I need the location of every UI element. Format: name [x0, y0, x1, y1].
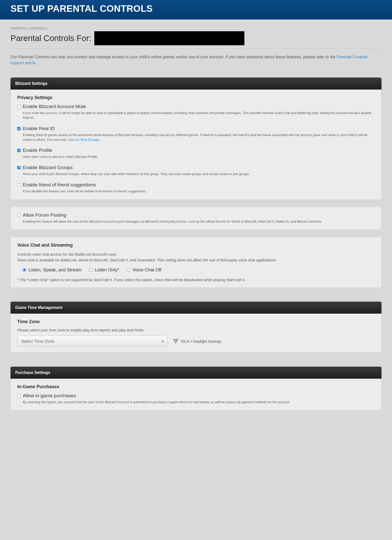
checkbox-account-mute[interactable] [17, 105, 21, 109]
desc-forum: Enabling this feature will allow the use… [23, 219, 375, 224]
warning-icon [173, 339, 178, 344]
panel-voice: Voice Chat and Streaming Controls voice … [11, 237, 381, 288]
timezone-select[interactable]: Select Time Zone [17, 336, 167, 347]
desc-fof: If you disable this feature your child w… [23, 189, 375, 194]
checkbox-ingame-purchase[interactable] [17, 394, 21, 398]
label-groups: Enable Blizzard Groups [23, 165, 375, 170]
tz-desc: Please select your time zone to enable p… [17, 328, 375, 332]
purchase-heading: In-Game Purchases [17, 384, 375, 389]
real-id-link[interactable]: visit our Real ID page [68, 138, 99, 142]
radio-voice-listen[interactable] [89, 268, 92, 272]
label-account-mute: Enable Blizzard Account Mute [23, 104, 375, 109]
label-real-id: Enable Real ID [23, 126, 375, 131]
checkbox-groups[interactable] [17, 166, 21, 170]
voice-heading: Voice Chat and Streaming [17, 243, 375, 248]
label-ingame-purchase: Allow in-game purchases [23, 393, 375, 398]
section-bar-gtm: Game Time Management [11, 302, 381, 314]
tz-heading: Time Zone [17, 319, 375, 324]
intro-text: Our Parental Controls can help you monit… [11, 54, 381, 66]
privacy-heading: Privacy Settings [17, 95, 375, 100]
radio-voice-all-label[interactable]: Listen, Speak, and Stream [23, 267, 82, 273]
checkbox-forum[interactable] [17, 214, 21, 217]
panel-forum: Allow Forum Posting Enabling this featur… [11, 207, 381, 230]
hero-bar: SET UP PARENTAL CONTROLS [0, 0, 392, 20]
dls-note: *DLS = Daylight Savings [173, 339, 221, 344]
desc-account-mute: If you mute this account, it will no lon… [23, 111, 375, 120]
radio-voice-off-label[interactable]: Voice Chat Off [127, 267, 161, 273]
desc-ingame-purchase: By selecting this option, you consent th… [23, 400, 375, 405]
label-forum: Allow Forum Posting [23, 212, 375, 218]
desc-real-id: Enabling Real ID grants access to the ad… [23, 133, 375, 142]
voice-footnote: * The "Listen Only" option is not suppor… [17, 278, 375, 282]
desc-profile: Allow other users to see your child's Bl… [23, 155, 375, 159]
voice-desc-2: Voice chat is available for Battle.net, … [17, 257, 375, 263]
page-hero-title: SET UP PARENTAL CONTROLS [11, 4, 381, 14]
section-bar-blizzard: Blizzard Settings [11, 78, 381, 90]
panel-privacy: Privacy Settings Enable Blizzard Account… [11, 90, 381, 200]
radio-voice-listen-label[interactable]: Listen Only* [89, 267, 119, 273]
breadcrumb: PARENTAL CONTROLS [11, 27, 381, 30]
page-title: Parental Controls For: [11, 34, 91, 43]
section-bar-purchase: Purchase Settings [11, 367, 381, 379]
label-fof: Enable friend of friend suggestions [23, 182, 375, 188]
panel-purchase: In-Game Purchases Allow in-game purchase… [11, 379, 381, 410]
redacted-account-name [94, 31, 244, 45]
checkbox-real-id[interactable] [17, 127, 21, 130]
checkbox-fof[interactable] [17, 183, 21, 187]
desc-groups: Allow your child to join Blizzard Groups… [23, 172, 375, 177]
voice-desc-1: Controls voice chat access for this Batt… [17, 251, 375, 257]
radio-voice-all[interactable] [23, 268, 26, 272]
label-profile: Enable Profile [23, 148, 375, 153]
checkbox-profile[interactable] [17, 149, 21, 152]
radio-voice-off[interactable] [127, 268, 130, 272]
panel-timezone: Time Zone Please select your time zone t… [11, 314, 381, 353]
